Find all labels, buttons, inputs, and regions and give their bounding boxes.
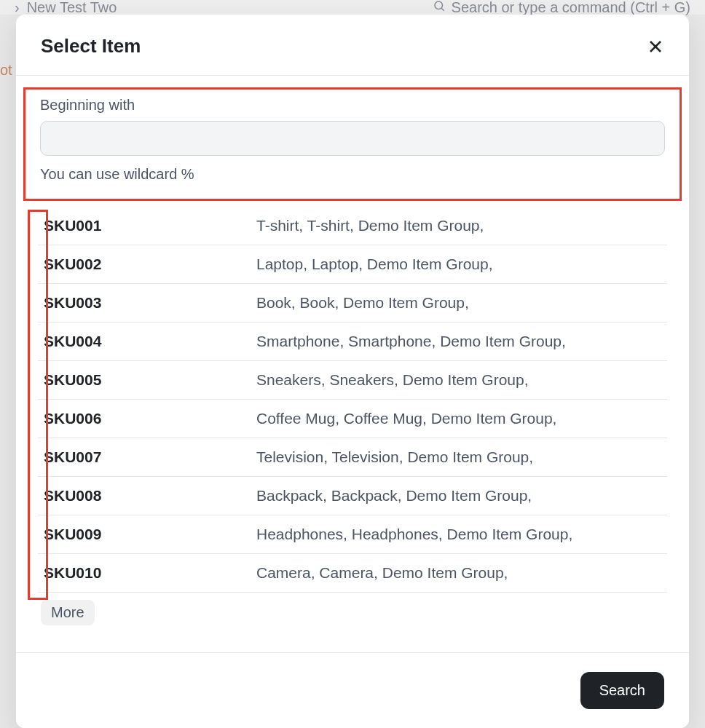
result-desc: Backpack, Backpack, Demo Item Group, — [256, 487, 667, 505]
result-sku: SKU004 — [38, 333, 242, 350]
result-item[interactable]: SKU001T-shirt, T-shirt, Demo Item Group, — [38, 207, 667, 245]
result-desc: Camera, Camera, Demo Item Group, — [256, 564, 667, 582]
result-sku: SKU001 — [38, 217, 242, 234]
modal-footer: Search — [16, 652, 689, 728]
more-button[interactable]: More — [41, 600, 95, 625]
result-desc: Laptop, Laptop, Demo Item Group, — [256, 256, 667, 273]
result-desc: Headphones, Headphones, Demo Item Group, — [256, 526, 667, 543]
result-sku: SKU008 — [38, 487, 242, 505]
result-sku: SKU002 — [38, 256, 242, 273]
result-item[interactable]: SKU005Sneakers, Sneakers, Demo Item Grou… — [38, 361, 667, 400]
result-desc: Sneakers, Sneakers, Demo Item Group, — [256, 371, 667, 389]
result-desc: Television, Television, Demo Item Group, — [256, 448, 667, 466]
search-button[interactable]: Search — [580, 672, 664, 709]
modal-header: Select Item — [16, 15, 689, 76]
result-sku: SKU006 — [38, 410, 242, 427]
modal-title: Select Item — [41, 35, 141, 58]
result-desc: T-shirt, T-shirt, Demo Item Group, — [256, 217, 667, 234]
result-item[interactable]: SKU002Laptop, Laptop, Demo Item Group, — [38, 245, 667, 284]
result-desc: Book, Book, Demo Item Group, — [256, 294, 667, 312]
result-item[interactable]: SKU003Book, Book, Demo Item Group, — [38, 284, 667, 323]
result-desc: Coffee Mug, Coffee Mug, Demo Item Group, — [256, 410, 667, 427]
result-item[interactable]: SKU008Backpack, Backpack, Demo Item Grou… — [38, 477, 667, 515]
filter-section: Beginning with You can use wildcard % — [23, 87, 682, 201]
results-wrapper: SKU001T-shirt, T-shirt, Demo Item Group,… — [16, 207, 689, 640]
result-item[interactable]: SKU010Camera, Camera, Demo Item Group, — [38, 554, 667, 593]
filter-help: You can use wildcard % — [40, 166, 665, 183]
modal-body: Beginning with You can use wildcard % SK… — [16, 76, 689, 652]
result-sku: SKU007 — [38, 448, 242, 466]
filter-input[interactable] — [40, 121, 665, 156]
result-item[interactable]: SKU007Television, Television, Demo Item … — [38, 438, 667, 477]
select-item-modal: Select Item Beginning with You can use w… — [16, 15, 689, 728]
result-item[interactable]: SKU004Smartphone, Smartphone, Demo Item … — [38, 323, 667, 361]
result-sku: SKU005 — [38, 371, 242, 389]
result-item[interactable]: SKU009Headphones, Headphones, Demo Item … — [38, 515, 667, 554]
result-sku: SKU009 — [38, 526, 242, 543]
close-icon[interactable] — [647, 38, 664, 55]
result-item[interactable]: SKU006Coffee Mug, Coffee Mug, Demo Item … — [38, 400, 667, 438]
result-sku: SKU010 — [38, 564, 242, 582]
filter-label: Beginning with — [40, 97, 665, 114]
result-sku: SKU003 — [38, 294, 242, 312]
result-desc: Smartphone, Smartphone, Demo Item Group, — [256, 333, 667, 350]
result-list: SKU001T-shirt, T-shirt, Demo Item Group,… — [38, 207, 667, 593]
